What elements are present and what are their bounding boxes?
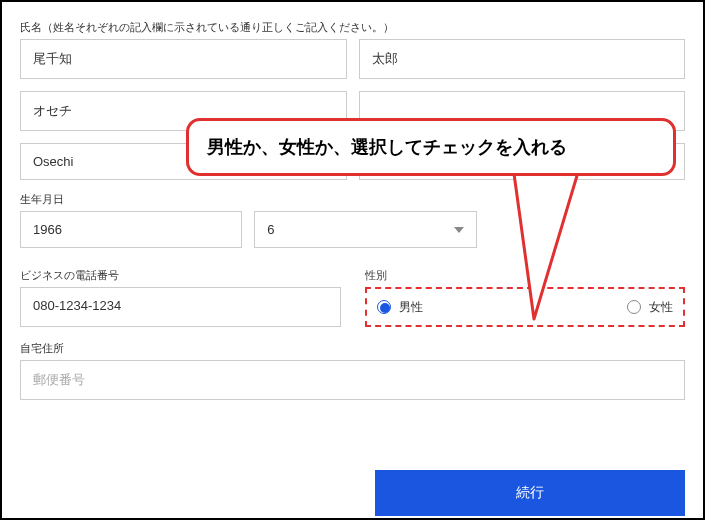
radio-unselected-icon — [627, 300, 641, 314]
dob-month-select[interactable]: 6 — [254, 211, 476, 248]
svg-marker-0 — [512, 159, 582, 319]
phone-input[interactable]: 080-1234-1234 — [20, 287, 341, 327]
given-kanji-input[interactable]: 太郎 — [359, 39, 686, 79]
gender-female-label: 女性 — [649, 299, 673, 316]
form-frame: 氏名（姓名それぞれの記入欄に示されている通り正しくご記入ください。） 尾千知 太… — [0, 0, 705, 520]
dob-year-input[interactable]: 1966 — [20, 211, 242, 248]
gender-female-radio[interactable]: 女性 — [627, 299, 673, 316]
continue-button[interactable]: 続行 — [375, 470, 685, 516]
gender-male-label: 男性 — [399, 299, 423, 316]
gender-male-radio[interactable]: 男性 — [377, 299, 423, 316]
address-label: 自宅住所 — [20, 341, 685, 356]
postal-code-input[interactable]: 郵便番号 — [20, 360, 685, 400]
name-label: 氏名（姓名それぞれの記入欄に示されている通り正しくご記入ください。） — [20, 20, 685, 35]
family-kanji-input[interactable]: 尾千知 — [20, 39, 347, 79]
radio-selected-icon — [377, 300, 391, 314]
callout-bubble: 男性か、女性か、選択してチェックを入れる — [186, 118, 676, 176]
callout-tail-icon — [462, 159, 602, 324]
phone-label: ビジネスの電話番号 — [20, 268, 341, 283]
